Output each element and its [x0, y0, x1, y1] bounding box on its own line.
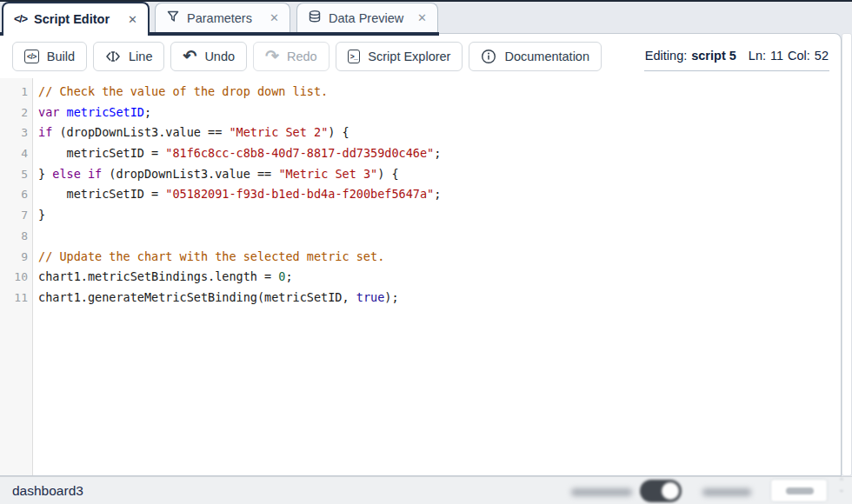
- documentation-button[interactable]: Documentation: [469, 42, 602, 71]
- code-line[interactable]: chart1.generateMetricSetBinding(metricSe…: [38, 288, 841, 308]
- build-code-icon: </>: [24, 50, 39, 63]
- script-explorer-button[interactable]: >_ Script Explorer: [336, 42, 463, 71]
- editing-status: Editing: script 5 Ln: 11 Col: 52: [644, 43, 829, 71]
- code-line[interactable]: // Check the value of the drop down list…: [38, 82, 841, 103]
- code-line[interactable]: [38, 226, 841, 247]
- code-lines[interactable]: // Check the value of the drop down list…: [33, 78, 841, 475]
- line-number: 11: [0, 288, 28, 308]
- line-number: 7: [0, 205, 28, 226]
- line-number: 10: [0, 267, 28, 288]
- editing-target: script 5: [691, 49, 736, 63]
- tab-label: Script Editor: [34, 12, 110, 26]
- info-icon: [481, 49, 496, 64]
- line-number: 2: [0, 103, 28, 123]
- undo-icon: ↶: [183, 47, 196, 63]
- button-label: Line: [129, 50, 152, 63]
- button-label: Build: [47, 50, 75, 63]
- col-label: Col:: [788, 49, 810, 63]
- footer-blurred-button[interactable]: [770, 479, 828, 502]
- line-value: 11: [770, 49, 783, 63]
- footer-toggle-switch[interactable]: [640, 480, 682, 502]
- line-cursor-icon: [105, 50, 121, 63]
- tab-script-editor[interactable]: </> Script Editor ✕: [2, 2, 150, 36]
- line-number: 8: [0, 226, 28, 247]
- button-label: Redo: [287, 50, 317, 63]
- code-line[interactable]: }: [38, 205, 841, 226]
- tab-label: Data Preview: [329, 11, 403, 25]
- tab-parameters[interactable]: Parameters ✕: [155, 3, 290, 32]
- script-editor-panel: </> Build Line ↶ Undo ↷ Redo >_ Script E…: [0, 33, 842, 476]
- line-number: 3: [0, 123, 28, 143]
- vertical-scrollbar-gutter[interactable]: [842, 33, 852, 476]
- redo-icon: ↷: [265, 47, 279, 63]
- button-label: Undo: [204, 50, 235, 63]
- build-button[interactable]: </> Build: [12, 42, 87, 71]
- line-button[interactable]: Line: [93, 42, 164, 71]
- close-icon[interactable]: ✕: [417, 11, 427, 24]
- footer-blurred-label: [702, 488, 751, 496]
- line-label: Ln:: [749, 49, 766, 63]
- tab-label: Parameters: [187, 11, 252, 25]
- terminal-icon: >_: [348, 50, 361, 63]
- footer-stepper-control[interactable]: ⌃⌄: [835, 478, 848, 501]
- code-editor[interactable]: 1234567891011 // Check the value of the …: [0, 78, 841, 475]
- window-top-border: [0, 0, 852, 2]
- editing-label: Editing:: [645, 49, 687, 63]
- button-label: Script Explorer: [368, 50, 450, 63]
- tab-data-preview[interactable]: Data Preview ✕: [296, 3, 438, 32]
- code-line[interactable]: } else if (dropDownList3.value == "Metri…: [38, 164, 841, 185]
- tab-bar: </> Script Editor ✕ Parameters ✕ Data Pr…: [0, 0, 852, 33]
- line-number: 4: [0, 143, 28, 164]
- code-line[interactable]: var metricSetID;: [38, 103, 841, 123]
- line-number: 9: [0, 247, 28, 268]
- line-number: 1: [0, 82, 28, 103]
- editor-gutter: 1234567891011: [0, 78, 33, 475]
- footer-blurred-label: [571, 488, 632, 496]
- redo-button: ↷ Redo: [253, 42, 329, 71]
- code-line[interactable]: // Update the chart with the selected me…: [38, 247, 841, 268]
- footer-bar: dashboard3 ⌃⌄: [0, 476, 852, 504]
- code-line[interactable]: metricSetID = "81f6c8cc-c8b8-40d7-8817-d…: [38, 143, 841, 164]
- col-value: 52: [815, 49, 829, 63]
- close-icon[interactable]: ✕: [128, 13, 137, 26]
- filter-icon: [166, 10, 180, 26]
- code-line[interactable]: if (dropDownList3.value == "Metric Set 2…: [38, 123, 841, 143]
- code-line[interactable]: metricSetID = "05182091-f93d-b1ed-bd4a-f…: [38, 184, 841, 205]
- close-icon[interactable]: ✕: [270, 11, 279, 24]
- code-icon: </>: [14, 13, 27, 25]
- undo-button[interactable]: ↶ Undo: [170, 42, 247, 71]
- dashboard-title: dashboard3: [12, 483, 83, 499]
- code-line[interactable]: chart1.metricSetBindings.length = 0;: [38, 267, 841, 288]
- button-label: Documentation: [504, 50, 589, 63]
- line-number: 5: [0, 164, 28, 185]
- line-number: 6: [0, 184, 28, 205]
- toolbar: </> Build Line ↶ Undo ↷ Redo >_ Script E…: [0, 34, 841, 77]
- database-icon: [308, 10, 322, 26]
